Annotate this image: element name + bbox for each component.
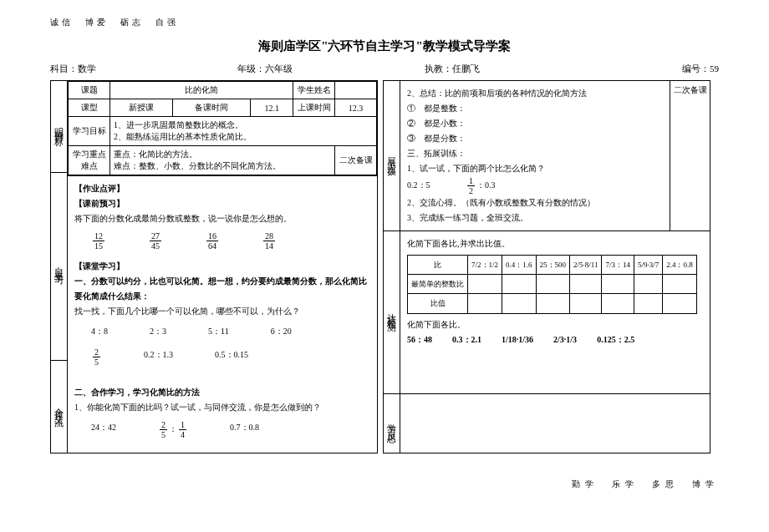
r10: 0.7：0.8 <box>230 420 259 439</box>
block-check: 达标检测 化简下面各比,并求出比值。 比 7/2：1/2 0.4：1.6 25：… <box>384 231 710 394</box>
b1-l1: 2、总结：比的前项和后项的各种情况的化简方法 <box>407 86 663 101</box>
ct-h0: 比 <box>408 256 468 275</box>
check-body: 化简下面各比,并求出比值。 比 7/2：1/2 0.4：1.6 25：500 2… <box>400 231 710 393</box>
ci-2: 0.3：2.1 <box>452 332 481 347</box>
subject: 数学 <box>78 63 96 73</box>
right-column: 展示点拨 2、总结：比的前项和后项的各种情况的化简方法 ① 都是整数： ② 都是… <box>383 80 710 453</box>
subject-label: 科目： <box>50 63 78 73</box>
frac-4: 2814 <box>263 231 275 251</box>
ct-h1: 7/2：1/2 <box>468 256 502 275</box>
left-body: 课题 比的化简 学生姓名 课型 新授课 备课时间 12.1 上课时间 12.3 … <box>68 81 377 453</box>
r1: 4：8 <box>91 324 108 339</box>
ci-4: 2/3·1/3 <box>553 332 577 347</box>
preptime-label: 备课时间 <box>172 99 251 117</box>
b1-l2: ① 都是整数： <box>407 101 663 116</box>
type-label: 课型 <box>69 99 110 117</box>
ct-h6: 5/9·3/7 <box>634 256 662 275</box>
s2-text: 1、你能化简下面的比吗？试一试，与同伴交流，你是怎么做到的？ <box>74 400 370 415</box>
page-title: 海则庙学区"六环节自主学习"教学模式导学案 <box>50 38 719 54</box>
note-col: 二次备课 <box>670 81 710 231</box>
b1-l3: ② 都是小数： <box>407 116 663 131</box>
s1-text: 找一找，下面几个比哪一个可以化简，哪些不可以，为什么？ <box>74 304 370 319</box>
r7: 0.5：0.15 <box>215 347 248 367</box>
r5: 25 <box>93 347 100 367</box>
b1-l8: 2、交流心得。（既有小数或整数又有分数的情况） <box>407 195 663 210</box>
vtab-selfstudy: 自主学习 <box>51 173 67 361</box>
ci-3: 1/18·1/36 <box>502 332 533 347</box>
classtime: 12.3 <box>335 99 377 117</box>
type: 新授课 <box>110 99 173 117</box>
frac-3: 1664 <box>206 231 218 251</box>
ct-h3: 25：500 <box>536 256 570 275</box>
r3: 5：11 <box>208 324 229 339</box>
goal-label: 学习目标 <box>69 117 110 146</box>
hw-heading: 【作业点评】 <box>74 181 370 196</box>
r8: 24：42 <box>91 420 116 439</box>
ct-h2: 0.4：1.6 <box>502 256 537 275</box>
coop-section: 二、合作学习，学习化简比的方法 1、你能化简下面的比吗？试一试，与同伴交流，你是… <box>68 380 377 453</box>
main-wrap: 明确目标 自主学习 合作交流 课题 比的化简 学生姓名 课型 新授课 备课时间 … <box>50 80 719 453</box>
vtab-check: 达标检测 <box>384 231 400 393</box>
focus-text: 重点：化简比的方法。 难点：整数、小数、分数比的不同化简方法。 <box>110 146 335 175</box>
vtab-show: 展示点拨 <box>384 81 400 231</box>
s2-title: 二、合作学习，学习化简比的方法 <box>74 385 370 400</box>
header-table: 课题 比的化简 学生姓名 课型 新授课 备课时间 12.1 上课时间 12.3 … <box>68 81 377 175</box>
ct-h5: 7/3：14 <box>602 256 634 275</box>
b1-l5: 三、拓展训练： <box>407 146 663 161</box>
meta-row: 科目：数学 年级：六年级 执教：任鹏飞 编号：59 <box>50 63 719 75</box>
note-label: 二次备课 <box>335 146 377 175</box>
classtime-label: 上课时间 <box>293 99 335 117</box>
pre-heading: 【课前预习】 <box>74 196 370 211</box>
vtab-coop: 合作交流 <box>51 361 67 453</box>
b1-l6: 1、试一试，下面的两个比怎么化简？ <box>407 161 663 176</box>
ratio-row-1: 4：8 2：3 5：11 6：20 <box>91 324 370 339</box>
left-column: 明确目标 自主学习 合作交流 课题 比的化简 学生姓名 课型 新授课 备课时间 … <box>50 80 378 453</box>
r6: 0.2：1.3 <box>144 347 173 367</box>
bottom-motto: 勤学 乐学 多思 博学 <box>50 479 719 490</box>
ci-1: 56：48 <box>407 332 432 347</box>
ratio-row-3: 24：42 25：14 0.7：0.8 <box>91 420 370 439</box>
teacher-label: 执教： <box>425 63 452 73</box>
frac-1: 1215 <box>93 231 104 251</box>
ct-h7: 2.4：0.8 <box>663 256 697 275</box>
top-motto: 诚信 博爱 砺志 自强 <box>50 17 719 28</box>
check-title2: 化简下面各比。 <box>407 317 703 332</box>
check-table: 比 7/2：1/2 0.4：1.6 25：500 2/5·8/11 7/3：14… <box>407 255 697 314</box>
ct-r2: 比值 <box>408 294 468 313</box>
r4: 6：20 <box>271 324 292 339</box>
ct-h4: 2/5·8/11 <box>570 256 602 275</box>
check-items: 56：48 0.3：2.1 1/18·1/36 2/3·1/3 0.125：2.… <box>407 332 703 347</box>
topic: 比的化简 <box>110 82 293 99</box>
b1-l4: ③ 都是分数： <box>407 131 663 146</box>
pre-text: 将下面的分数化成最简分数或整数，说一说你是怎么想的。 <box>74 211 370 226</box>
check-title: 化简下面各比,并求出比值。 <box>407 236 703 251</box>
ci-5: 0.125：2.5 <box>597 332 634 347</box>
fraction-row: 1215 2745 1664 2814 <box>91 231 370 251</box>
vtab-goals: 明确目标 <box>51 81 67 173</box>
number-label: 编号： <box>682 63 710 73</box>
focus-label: 学习重点难点 <box>69 146 110 175</box>
left-vtabs: 明确目标 自主学习 合作交流 <box>51 81 68 453</box>
frac-2: 2745 <box>150 231 161 251</box>
grade-label: 年级： <box>237 63 265 73</box>
goal-text: 1、进一步巩固最简整数比的概念。 2、能熟练运用比的基本性质化简比。 <box>110 117 377 146</box>
b1-l9: 3、完成练一练习题，全班交流。 <box>407 210 663 225</box>
student-blank <box>335 82 377 99</box>
ct-r1: 最简单的整数比 <box>408 275 468 294</box>
s1-title: 一、分数可以约分，比也可以化简。想一想，约分要约成最简分数，那么化简比要化简成什… <box>74 274 370 304</box>
ratio-row-2: 25 0.2：1.3 0.5：0.15 <box>91 347 370 367</box>
grade: 六年级 <box>265 63 293 73</box>
vtab-reflect: 学习反思 <box>384 394 400 453</box>
topic-label: 课题 <box>69 82 110 99</box>
study-section: 【作业点评】 【课前预习】 将下面的分数化成最简分数或整数，说一说你是怎么想的。… <box>68 175 377 380</box>
reflect-body <box>400 394 710 453</box>
r9: 25：14 <box>158 420 188 439</box>
block-reflect: 学习反思 <box>384 394 710 453</box>
b1-l7: 0.2：5 12：0.3 <box>407 176 663 195</box>
cls-heading: 【课堂学习】 <box>74 259 370 274</box>
student-label: 学生姓名 <box>293 82 335 99</box>
teacher: 任鹏飞 <box>452 63 480 73</box>
number: 59 <box>710 63 719 73</box>
block-show: 展示点拨 2、总结：比的前项和后项的各种情况的化简方法 ① 都是整数： ② 都是… <box>384 81 710 231</box>
r2: 2：3 <box>150 324 166 339</box>
